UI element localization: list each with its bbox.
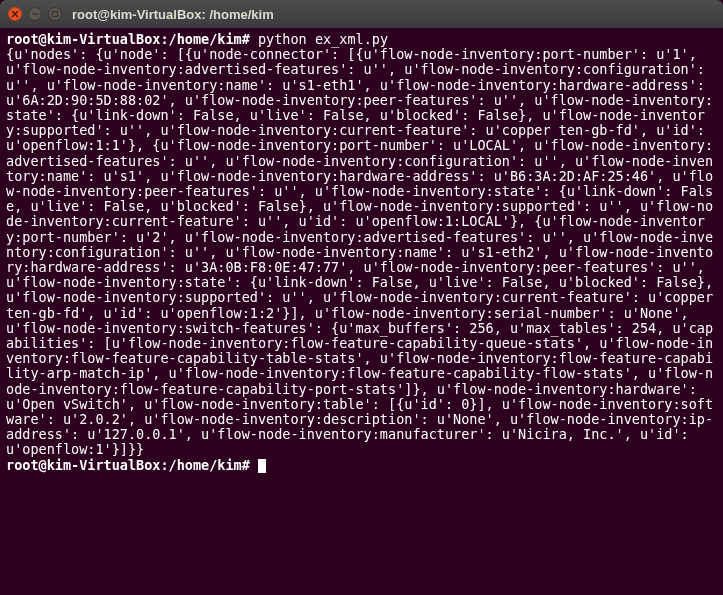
svg-rect-0 — [53, 12, 58, 17]
shell-prompt: root@kim-VirtualBox:/home/kim# — [6, 457, 250, 473]
shell-prompt: root@kim-VirtualBox:/home/kim# — [6, 31, 250, 47]
close-icon[interactable] — [8, 7, 22, 21]
command-text: python ex_xml.py — [258, 31, 388, 47]
window-titlebar: root@kim-VirtualBox: /home/kim — [0, 0, 723, 28]
window-title: root@kim-VirtualBox: /home/kim — [72, 7, 274, 22]
maximize-icon[interactable] — [48, 7, 62, 21]
terminal-area[interactable]: root@kim-VirtualBox:/home/kim# python ex… — [0, 28, 723, 595]
cursor-icon — [258, 459, 266, 473]
command-output: {u'nodes': {u'node': [{u'node-connector'… — [6, 46, 721, 457]
minimize-icon[interactable] — [28, 7, 42, 21]
